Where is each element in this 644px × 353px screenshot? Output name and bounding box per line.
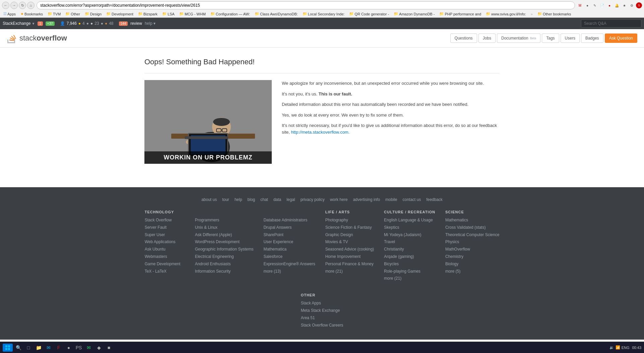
- footer-link-chemistry[interactable]: Chemistry: [445, 254, 499, 260]
- bookmarks-overflow[interactable]: »: [531, 12, 533, 16]
- footer-link-work[interactable]: work here: [330, 197, 348, 202]
- footer-link-data[interactable]: data: [273, 197, 281, 202]
- footer-link-mobile[interactable]: mobile: [385, 197, 397, 202]
- user-icon[interactable]: S: [636, 2, 642, 8]
- nav-questions[interactable]: Questions: [450, 33, 477, 43]
- ext-icon-2[interactable]: ✎: [592, 2, 598, 8]
- bookmark-development[interactable]: 📁 Development: [105, 11, 135, 16]
- footer-link-legal[interactable]: legal: [286, 197, 295, 202]
- footer-link-skeptics[interactable]: Skeptics: [384, 225, 435, 230]
- footer-link-privacy[interactable]: privacy policy: [301, 197, 325, 202]
- footer-link-superuser[interactable]: Super User: [145, 232, 185, 238]
- footer-link-personalfinance[interactable]: Personal Finance & Money: [325, 261, 374, 267]
- ext-icon-7[interactable]: ⚙: [629, 2, 635, 8]
- footer-link-area51[interactable]: Area 51: [301, 315, 343, 321]
- footer-link-contact[interactable]: contact us: [402, 197, 421, 202]
- nav-ask-question[interactable]: Ask Question: [605, 33, 637, 43]
- bookmark-php-perf[interactable]: 📁 PHP performance and: [438, 11, 482, 16]
- bookmark-amazon-dynamodb[interactable]: 📁 Amazon DynamoDB -: [392, 11, 436, 16]
- footer-link-scifi[interactable]: Science Fiction & Fantasy: [325, 225, 374, 230]
- bookmark-sviva[interactable]: 📁 www.sviva.gov.il/Info:: [485, 11, 527, 16]
- footer-link-chat[interactable]: chat: [260, 197, 268, 202]
- se-dropdown-arrow[interactable]: ▼: [31, 22, 35, 25]
- footer-link-cooking[interactable]: Seasoned Advice (cooking): [325, 246, 374, 252]
- bookmark-qr[interactable]: 📁 QR Code generator -: [348, 11, 390, 16]
- bookmark-mcg[interactable]: 📁 MCG - WHM: [178, 11, 207, 16]
- forward-button[interactable]: →: [10, 2, 18, 9]
- footer-link-mathoverflow[interactable]: MathOverflow: [445, 246, 499, 252]
- ext-icon-3[interactable]: 📄: [599, 2, 605, 8]
- footer-link-graphicdesign[interactable]: Graphic Design: [325, 232, 374, 238]
- bookmark-bookmarks[interactable]: ★ Bookmarks: [19, 11, 44, 16]
- footer-link-infosec[interactable]: Information Security: [195, 269, 254, 274]
- bookmark-tvm[interactable]: 📁 TVM: [46, 11, 62, 16]
- footer-link-help[interactable]: help: [235, 197, 242, 202]
- footer-link-tex[interactable]: TeX - LaTeX: [145, 269, 185, 274]
- footer-link-more-culture[interactable]: more (21): [384, 276, 435, 281]
- footer-link-electricaleng[interactable]: Electrical Engineering: [195, 254, 254, 260]
- footer-link-metastackexchange[interactable]: Meta Stack Exchange: [301, 308, 343, 313]
- footer-link-drupal[interactable]: Drupal Answers: [263, 225, 315, 230]
- ext-icon-4[interactable]: ●: [606, 2, 613, 8]
- back-button[interactable]: ←: [2, 2, 9, 9]
- se-notification-badge[interactable]: 1: [38, 21, 43, 26]
- se-review-link[interactable]: review: [130, 21, 142, 26]
- se-search-input[interactable]: [581, 19, 641, 27]
- footer-link-stackapps[interactable]: Stack Apps: [301, 300, 343, 306]
- reload-button[interactable]: ↻: [19, 2, 26, 9]
- footer-link-crossvalidated[interactable]: Cross Validated (stats): [445, 225, 499, 230]
- ext-icon-5[interactable]: 🔔: [614, 2, 620, 8]
- footer-link-bicycles[interactable]: Bicycles: [384, 261, 435, 267]
- footer-link-unix[interactable]: Unix & Linux: [195, 225, 254, 230]
- footer-link-gis[interactable]: Geographic Information Systems: [195, 246, 254, 252]
- footer-link-advertising[interactable]: advertising info: [353, 197, 380, 202]
- nav-documentation[interactable]: DocumentationBeta: [497, 33, 540, 43]
- so-logo[interactable]: stackoverflow: [7, 33, 67, 43]
- footer-link-stackoverflow[interactable]: Stack Overflow: [145, 217, 185, 223]
- footer-link-tcs[interactable]: Theoretical Computer Science: [445, 232, 499, 238]
- nav-jobs[interactable]: Jobs: [478, 33, 496, 43]
- feedback-link[interactable]: http://meta.stackoverflow.com.: [291, 130, 349, 135]
- footer-link-serverfault[interactable]: Server Fault: [145, 225, 185, 230]
- ext-icon-6[interactable]: ★: [621, 2, 627, 8]
- bookmark-apps[interactable]: ☷ Apps: [2, 11, 17, 16]
- footer-link-tour[interactable]: tour: [222, 197, 229, 202]
- footer-link-rpg[interactable]: Role-playing Games: [384, 269, 435, 274]
- footer-link-mathematica[interactable]: Mathematica: [263, 246, 315, 252]
- footer-link-about[interactable]: about us: [201, 197, 217, 202]
- nav-users[interactable]: Users: [561, 33, 580, 43]
- footer-link-mathematics[interactable]: Mathematics: [445, 217, 499, 223]
- footer-link-expressionengine[interactable]: ExpressionEngine® Answers: [263, 261, 315, 267]
- footer-link-travel[interactable]: Travel: [384, 239, 435, 245]
- footer-link-english[interactable]: English Language & Usage: [384, 217, 435, 223]
- nav-badges[interactable]: Badges: [581, 33, 603, 43]
- footer-link-miyodeya[interactable]: Mi Yodeya (Judaism): [384, 232, 435, 238]
- bookmark-aws-class[interactable]: 📁 Class Aws\DynamoDB:: [253, 11, 299, 16]
- gmail-icon[interactable]: M: [577, 2, 583, 8]
- footer-link-christianity[interactable]: Christianity: [384, 246, 435, 252]
- footer-link-gamedev[interactable]: Game Development: [145, 261, 185, 267]
- footer-link-ux[interactable]: User Experience: [263, 239, 315, 245]
- footer-link-homeimprovement[interactable]: Home Improvement: [325, 254, 374, 260]
- footer-link-photography[interactable]: Photography: [325, 217, 374, 223]
- footer-link-salesforce[interactable]: Salesforce: [263, 254, 315, 260]
- footer-link-dba[interactable]: Database Administrators: [263, 217, 315, 223]
- footer-link-webapps[interactable]: Web Applications: [145, 239, 185, 245]
- footer-link-askubuntu[interactable]: Ask Ubuntu: [145, 246, 185, 252]
- footer-link-programmers[interactable]: Programmers: [195, 217, 254, 223]
- footer-link-more-science[interactable]: more (5): [445, 269, 499, 274]
- footer-link-blog[interactable]: blog: [248, 197, 255, 202]
- bookmark-other[interactable]: 📁 Other: [64, 11, 81, 16]
- se-help-link[interactable]: help ▾: [145, 21, 155, 26]
- footer-link-arqade[interactable]: Arqade (gaming): [384, 254, 435, 260]
- address-bar[interactable]: [37, 1, 575, 9]
- se-logo[interactable]: StackExchange ▼: [3, 21, 35, 26]
- bookmark-config[interactable]: 📁 Configuration — AW:: [209, 11, 251, 16]
- footer-link-biology[interactable]: Biology: [445, 261, 499, 267]
- footer-link-android[interactable]: Android Enthusiasts: [195, 261, 254, 267]
- footer-link-more-arts[interactable]: more (21): [325, 269, 374, 274]
- bookmark-lsa[interactable]: 📁 LSA: [161, 11, 176, 16]
- bookmark-other-bookmarks[interactable]: 📁 Other bookmarks: [536, 11, 572, 16]
- footer-link-feedback[interactable]: feedback: [426, 197, 443, 202]
- bookmark-local-secondary[interactable]: 📁 Local Secondary Inde:: [301, 11, 346, 16]
